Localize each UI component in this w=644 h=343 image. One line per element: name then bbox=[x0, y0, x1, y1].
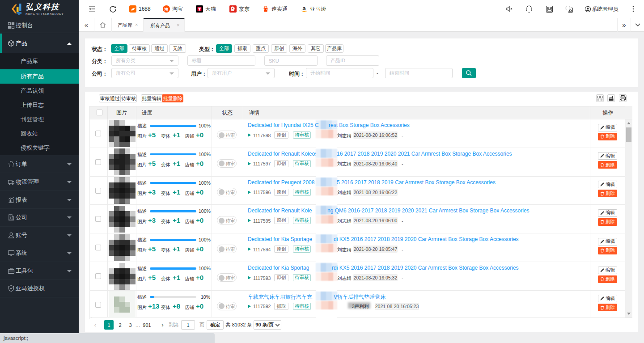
svg-text:淘: 淘 bbox=[164, 7, 169, 12]
svg-text:a: a bbox=[302, 5, 306, 12]
